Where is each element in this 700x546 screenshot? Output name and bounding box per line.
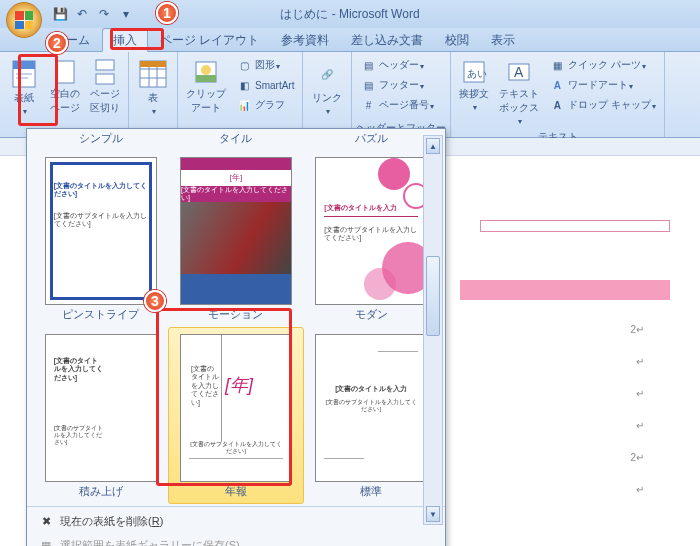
link-button[interactable]: 🔗 リンク [307, 55, 347, 119]
aisatsu-label: 挨拶文 [459, 87, 489, 101]
dropcap-label: ドロップ キャップ [568, 98, 651, 112]
group-text: あい 挨拶文 A テキスト ボックス ▦クイック パーツ Aワードアート Aドロ… [451, 52, 665, 137]
paragraph-mark: ↵ [636, 420, 644, 431]
chart-icon: 📊 [236, 97, 252, 113]
cover-page-label: 表紙 [14, 91, 34, 105]
svg-text:あい: あい [467, 68, 487, 79]
paragraph-mark: 2↵ [630, 452, 644, 463]
tab-pagelayout[interactable]: ページ レイアウト [150, 29, 269, 51]
qat-customize-icon[interactable]: ▾ [118, 6, 134, 22]
wordart-button[interactable]: Aワードアート [545, 75, 660, 95]
gallery-item-label: 積み上げ [79, 482, 123, 501]
textbox-label: テキスト ボックス [499, 87, 539, 115]
gallery-header-puzzle: パズル [304, 129, 439, 150]
gallery-item-annual[interactable]: [文書のタイトルを入力してください] [年] [文書のサブタイトルを入力してくだ… [168, 327, 303, 504]
tab-review[interactable]: 校閲 [435, 29, 479, 51]
gallery-item-label: モーション [208, 305, 263, 324]
delete-icon: ✖ [38, 513, 54, 529]
svg-rect-6 [96, 74, 114, 84]
textbox-button[interactable]: A テキスト ボックス [495, 55, 543, 129]
quickparts-icon: ▦ [549, 57, 565, 73]
cover-page-gallery: シンプル タイル パズル [文書のタイトルを入力してください] [文書のサブタイ… [26, 128, 446, 546]
titlebar: 💾 ↶ ↷ ▾ はじめに - Microsoft Word [0, 0, 700, 28]
callout-3: 3 [144, 290, 166, 312]
gallery-scrollbar[interactable]: ▲ ▼ [423, 135, 443, 525]
quickparts-label: クイック パーツ [568, 58, 641, 72]
clipart-button[interactable]: クリップ アート [182, 55, 230, 118]
svg-rect-12 [140, 61, 166, 67]
menu-delete-cover[interactable]: ✖ 現在の表紙を削除(R) [31, 509, 441, 533]
svg-point-14 [201, 65, 211, 75]
header-button[interactable]: ▤ヘッダー [356, 55, 438, 75]
pagenumber-icon: # [360, 97, 376, 113]
tab-view[interactable]: 表示 [481, 29, 525, 51]
office-logo-icon [15, 11, 33, 29]
blank-page-label: 空白の ページ [50, 87, 80, 115]
group-pages: 表紙 空白の ページ ページ 区切り [0, 52, 129, 137]
smartart-label: SmartArt [255, 80, 294, 91]
pagenumber-button[interactable]: #ページ番号 [356, 95, 438, 115]
quickparts-button[interactable]: ▦クイック パーツ [545, 55, 660, 75]
quick-access-toolbar: 💾 ↶ ↷ ▾ [52, 6, 134, 22]
shapes-icon: ▢ [236, 57, 252, 73]
scroll-up-icon[interactable]: ▲ [426, 138, 440, 154]
link-label: リンク [312, 91, 342, 105]
link-icon: 🔗 [311, 58, 343, 90]
smartart-button[interactable]: ◧SmartArt [232, 75, 298, 95]
gallery-item-motion[interactable]: [文書のタイトルを入力してください] [年] モーション [168, 150, 303, 327]
cover-page-icon [8, 58, 40, 90]
chart-label: グラフ [255, 98, 285, 112]
gallery-thumb: [文書のタイトルを入力してください] [文書のサブタイトルを入力してください] [45, 157, 157, 305]
table-button[interactable]: 表 [133, 55, 173, 119]
office-button[interactable] [6, 2, 42, 38]
menu-save-hotkey: S [229, 539, 236, 546]
page-break-button[interactable]: ページ 区切り [86, 55, 124, 118]
header-label: ヘッダー [379, 58, 419, 72]
save-icon[interactable]: 💾 [52, 6, 68, 22]
gallery-item-standard[interactable]: [文書のタイトルを入力 [文書のサブタイトルを入力してください] 標準 [304, 327, 439, 504]
footer-button[interactable]: ▤フッター [356, 75, 438, 95]
svg-rect-15 [196, 75, 216, 82]
cover-page-button[interactable]: 表紙 [4, 55, 44, 119]
aisatsu-icon: あい [460, 58, 488, 86]
menu-delete-label: 現在の表紙を削除 [60, 514, 148, 529]
group-tables: 表 [129, 52, 178, 137]
clipart-icon [192, 58, 220, 86]
gallery-thumb: [文書のタイトルを入力 [文書のサブタイトルを入力してください] [315, 157, 427, 305]
undo-icon[interactable]: ↶ [74, 6, 90, 22]
dropcap-icon: A [549, 97, 565, 113]
page-pink-bar [460, 280, 670, 300]
gallery-item-label: 年報 [225, 482, 247, 501]
gallery-item-stack[interactable]: [文書のタイトルを入力してください] [文書のサブタイトルを入力してください] … [33, 327, 168, 504]
svg-rect-3 [16, 77, 28, 79]
blank-page-button[interactable]: 空白の ページ [46, 55, 84, 118]
smartart-icon: ◧ [236, 77, 252, 93]
menu-save-label: 選択範囲を表紙ギャラリーに保存 [60, 538, 225, 547]
callout-1: 1 [156, 2, 178, 24]
gallery-thumb-year: [年] [189, 172, 283, 183]
svg-rect-5 [96, 60, 114, 70]
svg-rect-4 [56, 61, 74, 83]
menu-delete-hotkey: R [152, 515, 160, 527]
dropcap-button[interactable]: Aドロップ キャップ [545, 95, 660, 115]
gallery-item-label: 標準 [360, 482, 382, 501]
gallery-header-tile: タイル [168, 129, 303, 150]
tab-mailings[interactable]: 差し込み文書 [341, 29, 433, 51]
page-break-label: ページ 区切り [90, 87, 120, 115]
tab-references[interactable]: 参考資料 [271, 29, 339, 51]
paragraph-mark: ↵ [636, 388, 644, 399]
scroll-down-icon[interactable]: ▼ [426, 506, 440, 522]
tab-insert[interactable]: 挿入 [102, 28, 148, 52]
gallery-item-modern[interactable]: [文書のタイトルを入力 [文書のサブタイトルを入力してください] モダン [304, 150, 439, 327]
window-title: はじめに - Microsoft Word [280, 6, 419, 23]
aisatsu-button[interactable]: あい 挨拶文 [455, 55, 493, 115]
svg-point-23 [364, 268, 396, 300]
svg-text:A: A [514, 64, 524, 80]
clipart-label: クリップ アート [186, 87, 226, 115]
callout-2: 2 [46, 32, 68, 54]
redo-icon[interactable]: ↷ [96, 6, 112, 22]
shapes-button[interactable]: ▢図形 [232, 55, 298, 75]
chart-button[interactable]: 📊グラフ [232, 95, 298, 115]
gallery-thumb: [文書のタイトルを入力してください] [文書のサブタイトルを入力してください] [45, 334, 157, 482]
scroll-thumb[interactable] [426, 256, 440, 336]
